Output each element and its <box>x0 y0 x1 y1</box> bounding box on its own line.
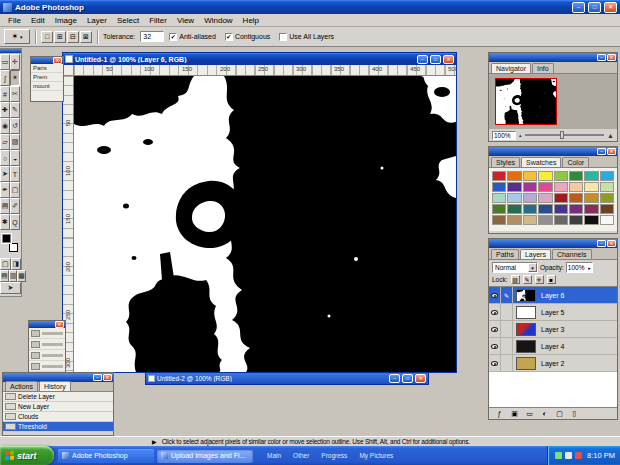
blend-mode-select[interactable]: Normal ▾ <box>492 262 538 273</box>
minimize-button[interactable]: – <box>572 2 585 13</box>
slice-tool[interactable]: ✂ <box>10 86 20 102</box>
zoom-tool[interactable]: Q <box>10 214 20 230</box>
move-tool[interactable]: ✛ <box>10 54 20 70</box>
layer-row-layer-4[interactable]: Layer 4 <box>489 338 617 355</box>
history-brush-tool[interactable]: ↺ <box>10 118 20 134</box>
subtract-from-selection-button[interactable]: ⊟ <box>67 31 79 43</box>
history-tab-history[interactable]: History <box>39 381 71 391</box>
snapshot-item[interactable] <box>29 361 65 372</box>
tolerance-input[interactable] <box>140 31 164 42</box>
menu-image[interactable]: Image <box>50 16 82 25</box>
document-titlebar[interactable]: Untitled-1 @ 100% (Layer 6, RGB) – □ ✕ <box>63 53 456 65</box>
dropdown-arrow-icon[interactable]: ▾ <box>528 263 537 272</box>
close-button[interactable]: ✕ <box>604 2 617 13</box>
type-tool[interactable]: T <box>10 166 20 182</box>
visibility-eye-icon[interactable] <box>489 304 501 321</box>
option-contiguous[interactable]: ✔Contiguous <box>225 33 270 41</box>
palette-titlebar[interactable]: – ✕ <box>489 239 617 248</box>
taskbar-button-upload-images-and-fi[interactable]: Upload Images and Fi... <box>157 449 253 463</box>
minidoc-restore-button[interactable]: □ <box>402 374 413 383</box>
menu-window[interactable]: Window <box>199 16 237 25</box>
magic-wand-tool[interactable]: ✶ <box>10 70 20 86</box>
layer-thumbnail[interactable] <box>516 306 536 319</box>
lock-all-icon[interactable]: ■ <box>547 275 556 284</box>
history-step-delete-layer[interactable]: Delete Layer <box>3 392 113 402</box>
menu-filter[interactable]: Filter <box>144 16 172 25</box>
color-swatch[interactable] <box>600 193 614 203</box>
color-swatch[interactable] <box>554 215 568 225</box>
tray-icon[interactable] <box>565 452 572 459</box>
standard-screen-mode-button[interactable]: ▤ <box>0 270 9 282</box>
snapshot-item[interactable] <box>29 339 65 350</box>
eraser-tool[interactable]: ▱ <box>0 134 10 150</box>
visibility-eye-icon[interactable] <box>489 355 501 372</box>
color-swatch[interactable] <box>600 215 614 225</box>
delete-layer-button[interactable]: ▯ <box>569 410 580 418</box>
menu-file[interactable]: File <box>3 16 26 25</box>
crop-tool[interactable]: # <box>0 86 10 102</box>
color-swatch[interactable] <box>600 182 614 192</box>
blur-tool[interactable]: ○ <box>0 150 10 166</box>
history-step-new-layer[interactable]: New Layer <box>3 402 113 412</box>
color-swatch[interactable] <box>507 182 521 192</box>
opacity-slider-arrow-icon[interactable]: ▸ <box>588 265 591 271</box>
new-layer-button[interactable]: ▢ <box>554 410 565 418</box>
color-swatch[interactable] <box>523 171 537 181</box>
navigator-zoom-value[interactable]: 100% <box>492 131 516 140</box>
color-swatch[interactable] <box>569 182 583 192</box>
color-swatch[interactable] <box>554 204 568 214</box>
doc-minimize-button[interactable]: – <box>417 55 428 64</box>
add-to-selection-button[interactable]: ⊞ <box>54 31 66 43</box>
color-swatch[interactable] <box>554 193 568 203</box>
color-swatch[interactable] <box>584 182 598 192</box>
palette-titlebar[interactable]: ✕ <box>31 57 63 64</box>
layer-thumbnail[interactable] <box>516 357 536 370</box>
slider-thumb[interactable] <box>560 131 564 139</box>
add-layer-mask-button[interactable]: ▣ <box>509 410 520 418</box>
healing-brush-tool[interactable]: ✚ <box>0 102 10 118</box>
color-swatch[interactable] <box>538 204 552 214</box>
lock-image-pixels-icon[interactable]: ✎ <box>523 275 532 284</box>
snapshot-item[interactable] <box>29 328 65 339</box>
zoom-in-icon[interactable]: ▲ <box>607 132 614 139</box>
menu-view[interactable]: View <box>172 16 199 25</box>
layers-tab-paths[interactable]: Paths <box>491 249 519 259</box>
notes-tool[interactable]: ▤ <box>0 198 10 214</box>
color-swatch[interactable] <box>538 193 552 203</box>
minidoc-minimize-button[interactable]: – <box>389 374 400 383</box>
color-swatch[interactable] <box>538 171 552 181</box>
menu-edit[interactable]: Edit <box>26 16 50 25</box>
color-swatch[interactable] <box>523 193 537 203</box>
color-swatch[interactable] <box>569 193 583 203</box>
rectangular-marquee-tool[interactable]: ▭ <box>0 54 10 70</box>
new-selection-button[interactable]: □ <box>41 31 53 43</box>
color-swatch[interactable] <box>492 171 506 181</box>
checkbox-contiguous-icon[interactable]: ✔ <box>225 33 233 41</box>
layer-thumbnail[interactable] <box>516 340 536 353</box>
preset-item[interactable]: mount <box>31 82 63 91</box>
palette-close-button[interactable]: ✕ <box>55 321 64 328</box>
swatches-tab-styles[interactable]: Styles <box>491 157 520 167</box>
layer-thumbnail[interactable] <box>516 289 536 302</box>
taskbar-toolbar-main[interactable]: Main <box>267 452 281 459</box>
navigator-tab-info[interactable]: Info <box>532 63 554 73</box>
color-swatch[interactable] <box>554 182 568 192</box>
jump-to-imageready-button[interactable]: ➤ <box>0 282 21 294</box>
color-swatch[interactable] <box>492 182 506 192</box>
color-swatch[interactable] <box>492 204 506 214</box>
taskbar-toolbar-my-pictures[interactable]: My Pictures <box>359 452 393 459</box>
taskbar-toolbar-other[interactable]: Other <box>293 452 309 459</box>
checkbox-use-all-layers-icon[interactable] <box>279 33 287 41</box>
color-swatch[interactable] <box>523 215 537 225</box>
history-step-threshold[interactable]: Threshold <box>3 422 113 432</box>
color-swatch[interactable] <box>584 171 598 181</box>
layers-tab-channels[interactable]: Channels <box>552 249 592 259</box>
palette-titlebar[interactable]: ✕ <box>29 321 65 328</box>
color-swatch[interactable] <box>523 182 537 192</box>
menu-select[interactable]: Select <box>112 16 144 25</box>
menu-help[interactable]: Help <box>238 16 264 25</box>
background-color-chip[interactable] <box>9 243 18 252</box>
palette-close-button[interactable]: ✕ <box>607 54 616 61</box>
clone-stamp-tool[interactable]: ◉ <box>0 118 10 134</box>
hand-tool[interactable]: ✱ <box>0 214 10 230</box>
